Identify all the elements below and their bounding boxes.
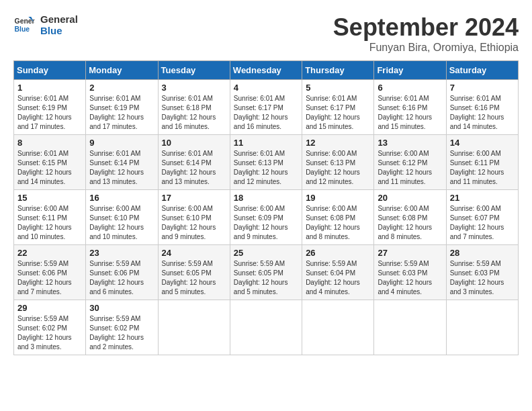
day-info: Sunrise: 6:00 AM Sunset: 6:08 PM Dayligh… (306, 205, 360, 240)
day-number: 9 (89, 138, 154, 148)
cell-1-3: 4 Sunrise: 6:01 AM Sunset: 6:17 PM Dayli… (230, 80, 302, 135)
day-number: 6 (378, 83, 442, 93)
cell-5-2 (158, 300, 230, 355)
cell-2-3: 11 Sunrise: 6:01 AM Sunset: 6:13 PM Dayl… (230, 135, 302, 190)
cell-1-1: 2 Sunrise: 6:01 AM Sunset: 6:19 PM Dayli… (86, 80, 158, 135)
cell-4-0: 22 Sunrise: 5:59 AM Sunset: 6:06 PM Dayl… (14, 245, 86, 300)
day-info: Sunrise: 5:59 AM Sunset: 6:06 PM Dayligh… (17, 260, 72, 295)
day-number: 15 (17, 193, 82, 203)
cell-5-4 (302, 300, 374, 355)
day-info: Sunrise: 6:01 AM Sunset: 6:16 PM Dayligh… (378, 95, 432, 130)
day-info: Sunrise: 5:59 AM Sunset: 6:03 PM Dayligh… (450, 260, 504, 295)
day-number: 8 (17, 138, 82, 148)
day-number: 21 (450, 193, 515, 203)
cell-1-4: 5 Sunrise: 6:01 AM Sunset: 6:17 PM Dayli… (302, 80, 374, 135)
cell-4-1: 23 Sunrise: 5:59 AM Sunset: 6:06 PM Dayl… (86, 245, 158, 300)
day-info: Sunrise: 6:01 AM Sunset: 6:18 PM Dayligh… (162, 95, 216, 130)
cell-2-0: 8 Sunrise: 6:01 AM Sunset: 6:15 PM Dayli… (14, 135, 86, 190)
day-info: Sunrise: 6:00 AM Sunset: 6:09 PM Dayligh… (234, 205, 288, 240)
cell-5-0: 29 Sunrise: 5:59 AM Sunset: 6:02 PM Dayl… (14, 300, 86, 355)
day-number: 30 (89, 303, 154, 313)
logo: General Blue General Blue (13, 13, 78, 36)
cell-5-6 (446, 300, 518, 355)
day-info: Sunrise: 6:00 AM Sunset: 6:13 PM Dayligh… (306, 150, 360, 185)
day-info: Sunrise: 5:59 AM Sunset: 6:03 PM Dayligh… (378, 260, 432, 295)
cell-3-1: 16 Sunrise: 6:00 AM Sunset: 6:10 PM Dayl… (86, 190, 158, 245)
week-row-5: 29 Sunrise: 5:59 AM Sunset: 6:02 PM Dayl… (14, 300, 519, 355)
header-saturday: Saturday (446, 61, 518, 80)
cell-1-5: 6 Sunrise: 6:01 AM Sunset: 6:16 PM Dayli… (374, 80, 446, 135)
day-number: 27 (378, 248, 442, 258)
header-sunday: Sunday (14, 61, 86, 80)
cell-5-3 (230, 300, 302, 355)
day-number: 10 (162, 138, 226, 148)
header-tuesday: Tuesday (158, 61, 230, 80)
day-info: Sunrise: 6:00 AM Sunset: 6:10 PM Dayligh… (89, 205, 144, 240)
header-monday: Monday (86, 61, 158, 80)
cell-2-6: 14 Sunrise: 6:00 AM Sunset: 6:11 PM Dayl… (446, 135, 518, 190)
cell-3-3: 18 Sunrise: 6:00 AM Sunset: 6:09 PM Dayl… (230, 190, 302, 245)
day-number: 20 (378, 193, 442, 203)
day-number: 2 (89, 83, 154, 93)
cell-2-5: 13 Sunrise: 6:00 AM Sunset: 6:12 PM Dayl… (374, 135, 446, 190)
day-info: Sunrise: 6:00 AM Sunset: 6:11 PM Dayligh… (450, 150, 504, 185)
day-number: 12 (306, 138, 370, 148)
cell-1-2: 3 Sunrise: 6:01 AM Sunset: 6:18 PM Dayli… (158, 80, 230, 135)
day-number: 11 (234, 138, 298, 148)
day-number: 7 (450, 83, 515, 93)
week-row-3: 15 Sunrise: 6:00 AM Sunset: 6:11 PM Dayl… (14, 190, 519, 245)
title-section: September 2024 Funyan Bira, Oromiya, Eth… (333, 13, 519, 54)
day-number: 13 (378, 138, 442, 148)
cell-3-4: 19 Sunrise: 6:00 AM Sunset: 6:08 PM Dayl… (302, 190, 374, 245)
day-number: 16 (89, 193, 154, 203)
cell-3-2: 17 Sunrise: 6:00 AM Sunset: 6:10 PM Dayl… (158, 190, 230, 245)
day-number: 19 (306, 193, 370, 203)
day-info: Sunrise: 6:01 AM Sunset: 6:13 PM Dayligh… (234, 150, 288, 185)
cell-4-5: 27 Sunrise: 5:59 AM Sunset: 6:03 PM Dayl… (374, 245, 446, 300)
page-header: General Blue General Blue September 2024… (13, 13, 519, 54)
day-info: Sunrise: 5:59 AM Sunset: 6:04 PM Dayligh… (306, 260, 360, 295)
day-info: Sunrise: 6:01 AM Sunset: 6:14 PM Dayligh… (89, 150, 144, 185)
day-info: Sunrise: 6:01 AM Sunset: 6:19 PM Dayligh… (89, 95, 144, 130)
day-info: Sunrise: 6:01 AM Sunset: 6:15 PM Dayligh… (17, 150, 72, 185)
day-info: Sunrise: 6:01 AM Sunset: 6:16 PM Dayligh… (450, 95, 504, 130)
day-number: 22 (17, 248, 82, 258)
logo-text-general: General (40, 13, 78, 25)
day-info: Sunrise: 6:01 AM Sunset: 6:14 PM Dayligh… (162, 150, 216, 185)
day-number: 5 (306, 83, 370, 93)
day-number: 26 (306, 248, 370, 258)
cell-4-6: 28 Sunrise: 5:59 AM Sunset: 6:03 PM Dayl… (446, 245, 518, 300)
day-info: Sunrise: 5:59 AM Sunset: 6:02 PM Dayligh… (17, 315, 72, 351)
day-info: Sunrise: 6:00 AM Sunset: 6:07 PM Dayligh… (450, 205, 504, 240)
day-number: 4 (234, 83, 298, 93)
cell-1-6: 7 Sunrise: 6:01 AM Sunset: 6:16 PM Dayli… (446, 80, 518, 135)
day-info: Sunrise: 5:59 AM Sunset: 6:02 PM Dayligh… (89, 315, 144, 351)
week-row-2: 8 Sunrise: 6:01 AM Sunset: 6:15 PM Dayli… (14, 135, 519, 190)
location-title: Funyan Bira, Oromiya, Ethiopia (333, 42, 519, 54)
header-wednesday: Wednesday (230, 61, 302, 80)
day-info: Sunrise: 6:00 AM Sunset: 6:10 PM Dayligh… (162, 205, 216, 240)
cell-3-6: 21 Sunrise: 6:00 AM Sunset: 6:07 PM Dayl… (446, 190, 518, 245)
day-info: Sunrise: 6:01 AM Sunset: 6:19 PM Dayligh… (17, 95, 72, 130)
logo-text-blue: Blue (40, 25, 78, 36)
day-info: Sunrise: 6:00 AM Sunset: 6:11 PM Dayligh… (17, 205, 72, 240)
weekday-header-row: Sunday Monday Tuesday Wednesday Thursday… (14, 61, 519, 80)
day-info: Sunrise: 6:00 AM Sunset: 6:08 PM Dayligh… (378, 205, 432, 240)
cell-2-1: 9 Sunrise: 6:01 AM Sunset: 6:14 PM Dayli… (86, 135, 158, 190)
day-info: Sunrise: 6:00 AM Sunset: 6:12 PM Dayligh… (378, 150, 432, 185)
day-info: Sunrise: 5:59 AM Sunset: 6:05 PM Dayligh… (234, 260, 288, 295)
day-info: Sunrise: 6:01 AM Sunset: 6:17 PM Dayligh… (306, 95, 360, 130)
day-number: 17 (162, 193, 226, 203)
cell-3-5: 20 Sunrise: 6:00 AM Sunset: 6:08 PM Dayl… (374, 190, 446, 245)
day-number: 3 (162, 83, 226, 93)
week-row-4: 22 Sunrise: 5:59 AM Sunset: 6:06 PM Dayl… (14, 245, 519, 300)
day-number: 14 (450, 138, 515, 148)
calendar-table: Sunday Monday Tuesday Wednesday Thursday… (13, 60, 519, 355)
cell-5-5 (374, 300, 446, 355)
day-number: 25 (234, 248, 298, 258)
day-number: 1 (17, 83, 82, 93)
cell-4-4: 26 Sunrise: 5:59 AM Sunset: 6:04 PM Dayl… (302, 245, 374, 300)
day-number: 28 (450, 248, 515, 258)
day-info: Sunrise: 5:59 AM Sunset: 6:05 PM Dayligh… (162, 260, 216, 295)
day-number: 24 (162, 248, 226, 258)
